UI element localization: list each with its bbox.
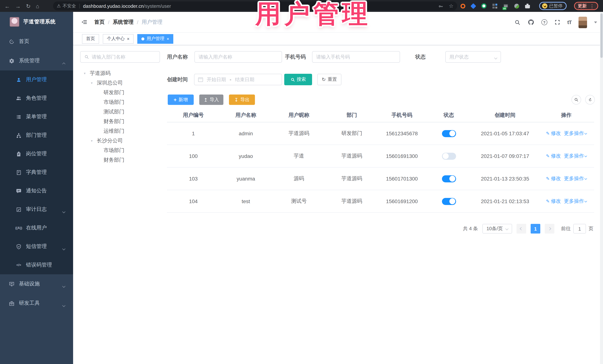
more-actions-link[interactable]: 更多操作 xyxy=(564,198,584,204)
password-key-icon[interactable] xyxy=(439,3,444,9)
more-actions-link[interactable]: 更多操作 xyxy=(564,176,584,181)
browser-menu-kebab-icon[interactable] xyxy=(590,3,594,9)
import-button[interactable]: 导入 xyxy=(199,95,223,105)
sidebar-item-audit-log[interactable]: 审计日志 xyxy=(0,200,73,219)
table-row[interactable]: 100 yudao 芋道 芋道源码 15601691300 2021-01-07… xyxy=(167,145,594,167)
page-size-select[interactable]: 10条/页 xyxy=(482,224,512,233)
github-icon[interactable] xyxy=(528,19,534,26)
back-icon[interactable]: ← xyxy=(4,3,10,9)
sidebar-item-error-codes[interactable]: </> 错误码管理 xyxy=(0,256,73,274)
search-button[interactable]: 搜索 xyxy=(284,74,312,85)
sidebar-item-infrastructure[interactable]: 基础设施 xyxy=(0,274,73,294)
avatar-caret-down-icon[interactable] xyxy=(594,21,597,23)
sidebar-item-users[interactable]: 用户管理 xyxy=(0,70,73,89)
tab-user-management[interactable]: 用户管理 xyxy=(137,34,173,44)
help-icon[interactable]: ? xyxy=(541,19,547,25)
prev-page-button[interactable] xyxy=(517,224,526,233)
more-actions-link[interactable]: 更多操作 xyxy=(564,131,584,136)
tree-node[interactable]: 财务部门 xyxy=(80,117,160,126)
edit-link[interactable]: 修改 xyxy=(546,176,561,181)
edit-link[interactable]: 修改 xyxy=(546,131,561,136)
tree-caret-icon[interactable] xyxy=(84,72,90,75)
dept-search-input[interactable] xyxy=(92,54,156,60)
table-row[interactable]: 104 test 测试号 芋道源码 15601691200 2021-01-21… xyxy=(167,190,594,213)
fullscreen-icon[interactable] xyxy=(554,19,560,25)
tampermonkey-icon[interactable]: on xyxy=(503,3,508,8)
sidebar-item-dictionary[interactable]: 字典管理 xyxy=(0,163,73,182)
sidebar-item-label: 用户管理 xyxy=(26,76,47,83)
sidebar-item-home[interactable]: 首页 xyxy=(0,32,73,51)
status-toggle[interactable] xyxy=(442,153,456,160)
reset-button[interactable]: 重置 xyxy=(317,74,341,85)
extension-grid-icon[interactable] xyxy=(492,3,497,8)
tree-node[interactable]: 测试部门 xyxy=(80,107,160,117)
extension-green-icon[interactable] xyxy=(481,3,487,9)
tab-profile[interactable]: 个人中心 xyxy=(103,34,134,44)
table-toolbar: 新增 导入 导出 xyxy=(167,95,594,105)
sidebar-item-online-users[interactable]: ((A)) 在线用户 xyxy=(0,219,73,237)
sidebar-toggle-icon[interactable] xyxy=(81,19,88,25)
goto-page-input[interactable] xyxy=(573,224,586,233)
page-scrollbar[interactable] xyxy=(600,12,603,364)
sidebar-item-system[interactable]: 系统管理 xyxy=(0,51,73,70)
user-avatar[interactable] xyxy=(579,16,587,28)
profile-paused-pill[interactable]: 已暂停 xyxy=(539,2,567,10)
forward-icon[interactable]: → xyxy=(15,3,21,9)
tree-node[interactable]: 市场部门 xyxy=(80,98,160,107)
extension-orange-icon[interactable] xyxy=(461,3,465,8)
close-icon[interactable] xyxy=(127,36,129,41)
mobile-filter-input[interactable] xyxy=(316,54,396,60)
tree-node[interactable]: 芋道源码 xyxy=(80,69,160,78)
tree-node[interactable]: 长沙分公司 xyxy=(80,136,160,146)
tree-node[interactable]: 深圳总公司 xyxy=(80,78,160,88)
page-url[interactable]: dashboard.yudao.iocoder.cn/system/user xyxy=(83,3,171,9)
status-toggle[interactable] xyxy=(442,175,456,182)
tree-node[interactable]: 市场部门 xyxy=(80,146,160,155)
refresh-table-button[interactable] xyxy=(585,95,595,105)
sidebar-item-departments[interactable]: 部门管理 xyxy=(0,126,73,144)
breadcrumb-section[interactable]: 系统管理 xyxy=(113,19,134,25)
current-page-button[interactable]: 1 xyxy=(531,224,540,233)
sidebar-item-announcements[interactable]: 通知公告 xyxy=(0,182,73,200)
bookmark-star-icon[interactable] xyxy=(449,3,453,9)
tree-node[interactable]: 研发部门 xyxy=(80,88,160,98)
reload-icon[interactable]: ↻ xyxy=(26,3,31,9)
app-logo-row[interactable]: 芋道管理系统 xyxy=(0,12,73,32)
tab-home[interactable]: 首页 xyxy=(82,34,99,44)
table-row[interactable]: 1 admin 芋道源码 研发部门 15612345678 2021-01-05… xyxy=(167,122,594,145)
tree-caret-icon[interactable] xyxy=(91,81,97,85)
export-button[interactable]: 导出 xyxy=(229,95,255,105)
extensions-puzzle-icon[interactable] xyxy=(525,3,530,8)
tree-node[interactable]: 运维部门 xyxy=(80,126,160,136)
next-page-button[interactable] xyxy=(545,224,554,233)
sidebar-item-roles[interactable]: 角色管理 xyxy=(0,89,73,108)
scrollbar-thumb[interactable] xyxy=(600,13,603,58)
browser-update-button[interactable]: 更新 xyxy=(574,2,598,10)
status-toggle[interactable] xyxy=(442,198,456,205)
edit-link[interactable]: 修改 xyxy=(546,153,561,159)
sidebar-item-posts[interactable]: 岗位管理 xyxy=(0,144,73,163)
tree-caret-icon[interactable] xyxy=(91,139,97,143)
breadcrumb-home[interactable]: 首页 xyxy=(94,19,105,25)
status-toggle[interactable] xyxy=(442,130,456,137)
username-filter-input[interactable] xyxy=(198,54,278,60)
toggle-search-button[interactable] xyxy=(571,95,581,105)
sidebar-item-dev-tools[interactable]: 研发工具 xyxy=(0,294,73,313)
close-icon[interactable] xyxy=(167,36,169,41)
status-filter-select[interactable]: 用户状态 xyxy=(445,51,501,63)
font-size-icon[interactable] xyxy=(567,19,571,25)
extension-leaf-icon[interactable] xyxy=(514,3,519,8)
tree-node[interactable]: 财务部门 xyxy=(80,155,160,165)
more-actions-link[interactable]: 更多操作 xyxy=(564,153,584,159)
edit-link[interactable]: 修改 xyxy=(546,198,561,204)
create-time-range-picker[interactable]: 开始日期 - 结束日期 xyxy=(194,74,282,85)
sidebar-item-sms[interactable]: 短信管理 xyxy=(0,237,73,256)
header-search-icon[interactable] xyxy=(514,19,521,25)
table-row[interactable]: 103 yuanma 源码 芋道源码 15601701300 2021-01-1… xyxy=(167,167,594,190)
add-button[interactable]: 新增 xyxy=(168,95,194,105)
address-bar[interactable]: ⚠ 不安全 dashboard.yudao.iocoder.cn/system/… xyxy=(53,1,457,10)
home-icon[interactable]: ⌂ xyxy=(36,3,39,9)
security-label[interactable]: 不安全 xyxy=(63,3,76,9)
extension-gem-icon[interactable] xyxy=(470,3,476,9)
sidebar-item-menus[interactable]: 菜单管理 xyxy=(0,108,73,126)
